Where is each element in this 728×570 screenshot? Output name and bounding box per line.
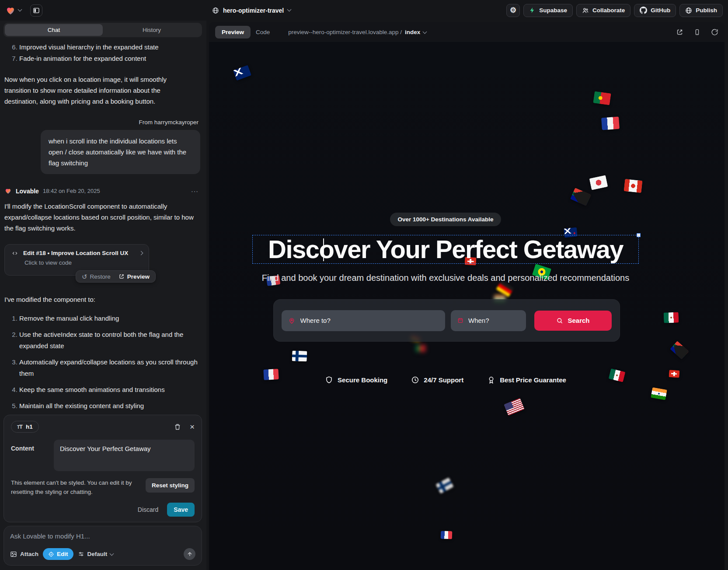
attach-button[interactable]: Attach — [10, 551, 38, 558]
attach-label: Attach — [20, 551, 38, 557]
project-switcher[interactable]: hero-optimizer-travel — [212, 7, 291, 14]
arrow-up-icon — [187, 551, 193, 557]
preview-viewport[interactable]: Over 1000+ Destinations Available Discov… — [209, 42, 725, 570]
close-icon: × — [190, 423, 195, 431]
chat-sidebar: Chat History Improved visual hierarchy i… — [0, 21, 206, 570]
message-timestamp: 18:42 on Feb 20, 2025 — [43, 188, 100, 194]
list-item: Fade-in animation for the expanded conte… — [19, 53, 200, 64]
element-tag-pill[interactable]: TT h1 — [11, 421, 39, 433]
award-icon — [487, 376, 495, 384]
tab-chat[interactable]: Chat — [5, 24, 103, 36]
tab-history[interactable]: History — [103, 24, 201, 36]
supabase-button[interactable]: Supabase — [523, 4, 573, 17]
content-label: Content — [11, 440, 42, 471]
code-brackets-icon — [11, 250, 19, 256]
refresh-icon[interactable] — [711, 28, 718, 36]
selection-handle[interactable] — [637, 233, 641, 237]
preview-url: preview--hero-optimizer-travel.lovable.a… — [288, 29, 402, 35]
github-label: GitHub — [651, 7, 670, 14]
assistant-steps-list: Remove the manual click handling Use the… — [4, 313, 200, 412]
list-item: Use the activeIndex state to control bot… — [19, 329, 200, 352]
trust-label: Best Price Guarantee — [500, 376, 566, 384]
sidebar-toggle-button[interactable] — [30, 4, 42, 17]
preview-label: Preview — [127, 273, 150, 280]
github-icon — [640, 7, 647, 14]
lovable-logo-heart-icon[interactable] — [5, 5, 16, 16]
chat-input[interactable] — [10, 532, 195, 540]
version-actions: ↺ Restore Preview — [76, 270, 156, 283]
preview-chrome-bar: Preview Code preview--hero-optimizer-tra… — [209, 22, 725, 42]
supabase-bolt-icon — [529, 7, 536, 14]
mode-select-button[interactable]: Default — [78, 551, 114, 557]
collaborate-button[interactable]: Collaborate — [576, 4, 630, 17]
text-type-icon: TT — [17, 423, 22, 430]
hero-title[interactable]: Discover Your Perfect Getaway — [268, 237, 623, 262]
preview-url-page: index — [405, 29, 420, 35]
lovable-avatar-heart-icon — [4, 187, 12, 195]
github-button[interactable]: GitHub — [634, 4, 676, 17]
trust-label: 24/7 Support — [424, 376, 463, 384]
mode-label: Default — [87, 551, 108, 557]
panel-left-icon — [33, 7, 40, 14]
publish-button[interactable]: Publish — [679, 4, 723, 17]
search-button-label: Search — [568, 317, 589, 324]
close-panel-button[interactable]: × — [190, 423, 195, 431]
topbar-left — [5, 4, 42, 17]
edit-card-title: Edit #18 • Improve Location Scroll UX — [23, 250, 135, 256]
search-button[interactable]: Search — [534, 311, 612, 331]
people-icon — [582, 7, 589, 14]
project-name: hero-optimizer-travel — [223, 7, 284, 14]
clock-icon — [411, 376, 419, 384]
restore-icon: ↺ — [82, 273, 87, 280]
assistant-name: Lovable — [16, 188, 39, 195]
edit-card-wrapper: Edit #18 • Improve Location Scroll UX Cl… — [4, 244, 200, 283]
assistant-paragraph: I've modified the component to: — [4, 294, 195, 305]
list-item: Remove the manual click handling — [19, 313, 200, 324]
tab-preview[interactable]: Preview — [215, 26, 251, 38]
chat-composer: Attach Edit Default — [3, 526, 202, 566]
open-in-new-tab-icon[interactable] — [676, 28, 683, 36]
app-topbar: hero-optimizer-travel ⚙ Supabase Collabo… — [0, 0, 728, 21]
edit-mode-button[interactable]: Edit — [43, 548, 73, 560]
search-icon — [556, 317, 563, 324]
restore-label: Restore — [90, 273, 111, 280]
destination-field[interactable] — [282, 310, 445, 331]
discard-button[interactable]: Discard — [138, 506, 158, 513]
assistant-prior-steps-list: Improved visual hierarchy in the expande… — [4, 42, 200, 64]
destinations-badge: Over 1000+ Destinations Available — [390, 213, 501, 226]
attach-image-icon — [10, 551, 17, 558]
trust-badges-row: Secure Booking 24/7 Support Best Price G… — [209, 376, 682, 384]
chat-message-list[interactable]: Improved visual hierarchy in the expande… — [0, 38, 206, 412]
element-editor-panel: TT h1 × Content Discover Your Perfect Ge… — [3, 415, 202, 522]
logo-chevron-down-icon[interactable] — [18, 7, 22, 12]
delete-element-button[interactable] — [174, 423, 181, 430]
edit-card-subtitle: Click to view code — [24, 259, 143, 266]
send-button[interactable] — [184, 548, 195, 560]
gear-icon: ⚙ — [510, 7, 516, 14]
list-item: Maintain all the existing content and st… — [19, 400, 200, 412]
tab-code[interactable]: Code — [251, 26, 275, 38]
date-field[interactable] — [451, 310, 526, 331]
sidebar-tabbar: Chat History — [3, 23, 202, 37]
date-input[interactable] — [468, 317, 519, 324]
restore-button[interactable]: ↺ Restore — [79, 273, 114, 280]
element-tag: h1 — [26, 423, 33, 430]
destination-input[interactable] — [300, 317, 439, 324]
message-options-button[interactable]: ··· — [189, 188, 200, 195]
hero-subtitle: Find and book your dream destination wit… — [209, 273, 682, 283]
calendar-icon — [457, 317, 463, 324]
assistant-paragraph: I'll modify the LocationScroll component… — [4, 201, 195, 234]
mobile-view-icon[interactable] — [694, 28, 700, 36]
content-textarea[interactable]: Discover Your Perfect Getaway — [54, 440, 195, 471]
h1-selection-box[interactable]: Discover Your Perfect Getaway — [252, 235, 639, 264]
list-item: Automatically expand/collapse locations … — [19, 357, 200, 379]
reset-styling-button[interactable]: Reset styling — [146, 478, 195, 493]
save-button[interactable]: Save — [167, 503, 195, 517]
shield-icon — [325, 376, 333, 384]
preview-version-button[interactable]: Preview — [115, 273, 153, 280]
url-chevron-down-icon — [423, 29, 427, 34]
settings-button[interactable]: ⚙ — [506, 4, 520, 17]
preview-url-selector[interactable]: preview--hero-optimizer-travel.lovable.a… — [288, 29, 426, 35]
trust-item-secure: Secure Booking — [325, 376, 387, 384]
search-card: Search — [273, 299, 620, 342]
